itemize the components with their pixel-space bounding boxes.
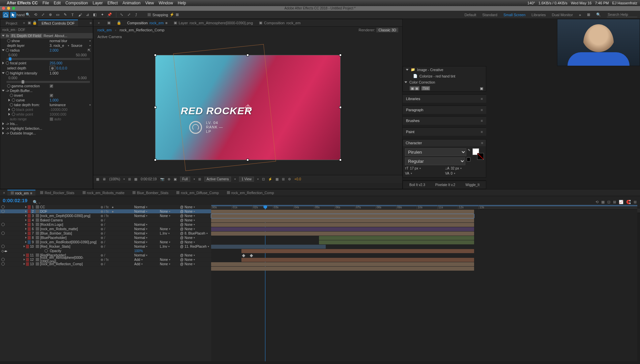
axis-icon[interactable]: ⤡	[118, 12, 124, 18]
pickwhip-icon[interactable]: @	[180, 262, 183, 266]
expand-icon[interactable]	[8, 99, 10, 101]
layer-row[interactable]: 11[RedPlaceholder]⊕/ Normal▾@None▾	[0, 253, 211, 257]
tl-tab-2[interactable]: rock_em_Robots_matte	[79, 190, 128, 195]
handle-s[interactable]	[246, 159, 249, 161]
layer-row[interactable]: 9[rock_em_RedRobot[0000-0390].png]⊕/ Nor…	[0, 240, 211, 244]
snap-opts-icon[interactable]: ⚡	[170, 12, 174, 17]
close-tab-icon[interactable]: ×	[2, 191, 6, 195]
pickwhip-icon[interactable]: @	[180, 240, 183, 244]
expand-icon[interactable]	[25, 237, 27, 239]
menu-edit[interactable]: Edit	[54, 1, 61, 5]
tl-draft-icon[interactable]: ▦	[601, 200, 605, 204]
stopwatch-icon[interactable]	[7, 84, 10, 88]
layer-row[interactable]: 3[rock_em_Depth[0000-0390].png]⊕/ fx Nor…	[0, 214, 211, 218]
pickwhip-icon[interactable]: @	[180, 227, 183, 231]
stopwatch-icon[interactable]	[10, 94, 13, 97]
stopwatch-icon[interactable]	[12, 98, 15, 102]
vf-views-dropdown[interactable]: 1 View	[239, 177, 254, 182]
close-icon[interactable]	[2, 7, 5, 10]
hi-slider[interactable]	[6, 81, 90, 83]
eraser-tool-icon[interactable]: ◧	[92, 12, 98, 18]
vf-fast-icon[interactable]: ⚡	[268, 177, 272, 181]
expand-icon[interactable]	[2, 72, 5, 74]
anchor-tool-icon[interactable]: ⊕	[47, 12, 53, 18]
vf-alpha-icon[interactable]: ▦	[275, 177, 279, 181]
expand-icon[interactable]	[24, 245, 25, 247]
rect-tool-icon[interactable]: ▭	[55, 12, 61, 18]
panel-menu-icon[interactable]: ≡	[481, 141, 483, 145]
vf-3d-icon[interactable]: ⊞	[198, 177, 201, 181]
track-row[interactable]	[211, 218, 637, 223]
tab-sq-icon[interactable]: ▣	[107, 21, 111, 25]
vf-show-icon[interactable]: ⊕	[168, 177, 170, 181]
track-row[interactable]	[211, 240, 637, 245]
hand-tool-icon[interactable]: hand	[18, 12, 24, 18]
stopwatch-icon[interactable]	[10, 103, 13, 107]
font-dropdown[interactable]: Pirulen	[405, 148, 466, 156]
paint-collapse[interactable]: Paint≡	[403, 127, 486, 136]
expand-icon[interactable]	[2, 50, 5, 51]
comp-tab-2[interactable]: ▣ Layer rock_em_Atmosphere[0000-0390].pn…	[174, 21, 253, 25]
home-icon[interactable]	[3, 12, 9, 18]
ws-small-screen[interactable]: Small Screen	[503, 13, 525, 17]
track-row[interactable]	[211, 249, 637, 253]
pickwhip-icon[interactable]: @	[180, 236, 183, 240]
stopwatch-icon[interactable]	[45, 249, 48, 252]
character-panel[interactable]: Character≡	[403, 140, 486, 146]
pickwhip-icon[interactable]: @	[180, 232, 183, 235]
pickwhip-icon[interactable]: @	[180, 245, 183, 248]
plugin-boil[interactable]: Boil It v2.3	[409, 183, 425, 187]
selection-tool-icon[interactable]	[10, 12, 16, 18]
tl-tab-5[interactable]: rock_em_Reflection_Comp	[224, 190, 278, 195]
track-row[interactable]	[211, 210, 637, 214]
crumb-current[interactable]: rock_em	[97, 28, 112, 32]
layer-row[interactable]: 10[Red_Rocker_Stats]⊕/ Normal▾L.Inv▾@11.…	[0, 244, 211, 249]
minimize-icon[interactable]	[7, 7, 10, 10]
comp-tab-1[interactable]: Composition rock_em ≡	[127, 21, 168, 25]
eyedropper-icon[interactable]: ✎	[468, 148, 470, 157]
current-time[interactable]: 0:00:02:19	[0, 196, 30, 205]
tl-graph-icon[interactable]: 📈	[619, 200, 623, 204]
tl-tab-1[interactable]: Red_Rocker_Stats	[37, 190, 78, 195]
tl-snap-icon[interactable]: 🧲	[626, 200, 631, 204]
menu-help[interactable]: Help	[178, 1, 186, 5]
vf-grid-icon[interactable]: ▦	[96, 177, 99, 181]
expand-icon[interactable]	[25, 215, 27, 217]
tl-shy-icon[interactable]: ⟲	[595, 200, 599, 204]
expand-icon[interactable]	[24, 263, 25, 265]
depth-layer-dropdown[interactable]: 3. rock_e	[50, 43, 68, 48]
vf-px-icon[interactable]: ⊡	[262, 177, 265, 181]
pickwhip-icon[interactable]: @	[180, 205, 183, 209]
font-size[interactable]: 17 px	[410, 166, 418, 170]
zoom-tool-icon[interactable]: 🔍	[25, 12, 31, 18]
plugin-wiggle[interactable]: Wiggle_It	[465, 183, 479, 187]
eye-icon[interactable]	[1, 245, 5, 248]
track-row[interactable]	[211, 258, 637, 262]
ws-overflow-icon[interactable]: »	[579, 13, 581, 17]
stopwatch-icon[interactable]	[12, 113, 15, 116]
tl-opts-icon[interactable]: ⊞	[634, 200, 637, 204]
expand-icon[interactable]	[25, 210, 27, 212]
paragraph-collapse[interactable]: Paragraph≡	[403, 105, 486, 114]
track-row[interactable]	[211, 227, 637, 232]
tracking[interactable]: 0	[451, 172, 453, 175]
track-row[interactable]	[211, 236, 637, 240]
take-depth-dropdown[interactable]: luminance	[50, 103, 86, 107]
show-dropdown[interactable]: normal blur	[50, 39, 89, 43]
renderer-dropdown[interactable]: Classic 3D	[376, 28, 398, 32]
pickwhip-icon[interactable]: @	[180, 253, 183, 257]
pickwhip-icon[interactable]: @	[180, 258, 183, 262]
menu-layer[interactable]: Layer	[93, 1, 103, 5]
color-swatches[interactable]	[472, 148, 484, 160]
expand-icon[interactable]	[8, 108, 10, 111]
radius-value[interactable]: 2.000	[50, 48, 86, 52]
expand-icon[interactable]	[2, 62, 4, 64]
preset-item[interactable]: Colorize - red hand tint	[419, 74, 455, 78]
expand-icon[interactable]	[25, 241, 27, 243]
app-name[interactable]: After Effects CC	[7, 1, 38, 5]
eye-icon[interactable]	[1, 205, 5, 209]
track-row[interactable]	[211, 223, 637, 227]
layer-row[interactable]: 13[rock_em_Reflection_Comp]⊕/ Add▾None▾@…	[0, 262, 211, 266]
stopwatch-icon[interactable]	[7, 39, 10, 42]
lock-icon[interactable]: 🔒	[33, 21, 37, 25]
